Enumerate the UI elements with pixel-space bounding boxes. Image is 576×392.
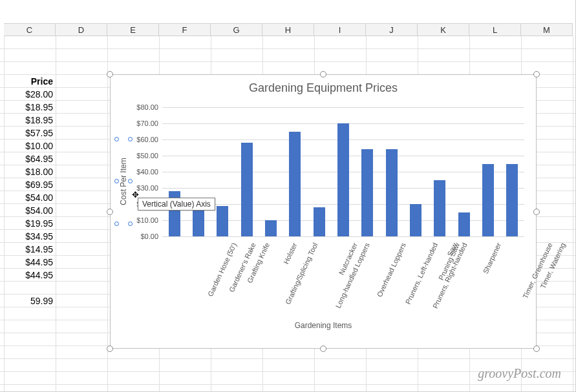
chart-resize-handle[interactable] — [320, 346, 326, 352]
chart-title[interactable]: Gardening Equipment Prices — [111, 75, 536, 98]
selection-handle[interactable] — [114, 222, 119, 226]
bar[interactable] — [289, 132, 301, 236]
x-tick-label: Pruners, Left-handed — [404, 242, 440, 305]
column-header-M[interactable]: M — [521, 23, 573, 36]
y-tick-label: $0.00 — [126, 232, 158, 240]
chart-resize-handle[interactable] — [533, 209, 540, 215]
axis-tooltip: Vertical (Value) Axis — [138, 198, 215, 211]
watermark: groovyPost.com — [478, 366, 561, 381]
bar[interactable] — [434, 180, 445, 236]
column-header-J[interactable]: J — [366, 23, 418, 36]
cell-price[interactable]: $64.95 — [4, 152, 56, 165]
chart-resize-handle[interactable] — [533, 346, 540, 352]
selection-handle[interactable] — [114, 179, 119, 183]
chart-resize-handle[interactable] — [107, 209, 113, 215]
spreadsheet: CDEFGHIJKLM Price$28.00$18.95$18.95$57.9… — [0, 0, 576, 392]
cell-price[interactable]: $18.00 — [4, 165, 56, 178]
x-tick-label: Holster — [282, 242, 299, 265]
y-tick-label: $10.00 — [126, 216, 158, 224]
chart-resize-handle[interactable] — [107, 71, 113, 77]
chart-resize-handle[interactable] — [107, 346, 113, 352]
bar[interactable] — [265, 220, 277, 236]
gridline — [162, 107, 524, 108]
cell-price[interactable]: $18.95 — [4, 114, 56, 127]
cell-price[interactable]: $54.00 — [4, 191, 56, 204]
plot-area[interactable]: $0.00$10.00$20.00$30.00$40.00$50.00$60.0… — [162, 107, 524, 236]
cell-price-header[interactable]: Price — [4, 75, 56, 88]
cell-price[interactable]: $69.95 — [4, 178, 56, 191]
gridline — [162, 236, 524, 237]
cell-price[interactable]: $28.00 — [4, 88, 56, 101]
cell-price[interactable]: 59.99 — [4, 294, 56, 307]
bar[interactable] — [217, 206, 228, 236]
x-axis-title[interactable]: Gardening Items — [111, 321, 536, 330]
column-header-D[interactable]: D — [56, 23, 107, 36]
selection-handle[interactable] — [128, 179, 133, 183]
cell-price[interactable]: $54.00 — [4, 204, 56, 217]
x-tick-label: Overhead Loppers — [376, 242, 407, 298]
chart-resize-handle[interactable] — [320, 71, 326, 77]
selection-handle[interactable] — [114, 137, 119, 141]
column-header-E[interactable]: E — [107, 23, 159, 36]
y-tick-label: $60.00 — [126, 136, 158, 143]
cell-price[interactable]: $34.95 — [4, 230, 56, 243]
cell-price[interactable]: $10.00 — [4, 139, 56, 152]
bar[interactable] — [241, 143, 253, 236]
cell-price[interactable]: $44.95 — [4, 269, 56, 282]
cell-price[interactable]: $14.95 — [4, 243, 56, 256]
bar[interactable] — [482, 164, 494, 236]
bar[interactable] — [506, 164, 518, 236]
bar[interactable] — [361, 149, 373, 236]
x-tick-label: Sharpener — [481, 242, 502, 275]
y-tick-label: $70.00 — [126, 119, 158, 127]
y-tick-label: $50.00 — [126, 152, 158, 160]
y-axis-title: Cost Per Item — [119, 158, 128, 205]
column-header-I[interactable]: I — [314, 23, 366, 36]
y-tick-label: $40.00 — [126, 168, 158, 176]
column-header-K[interactable]: K — [418, 23, 469, 36]
chart-object[interactable]: Gardening Equipment Prices Cost Per Item… — [110, 74, 537, 349]
bar[interactable] — [386, 149, 398, 236]
column-header-L[interactable]: L — [469, 23, 521, 36]
bar[interactable] — [410, 204, 421, 236]
cell-price[interactable]: $19.95 — [4, 217, 56, 230]
column-header-C[interactable]: C — [4, 23, 56, 36]
cell-price[interactable]: $44.95 — [4, 256, 56, 269]
column-header-H[interactable]: H — [262, 23, 314, 36]
column-header-F[interactable]: F — [159, 23, 211, 36]
y-tick-label: $80.00 — [126, 103, 158, 111]
y-tick-label: $30.00 — [126, 184, 158, 192]
bar[interactable] — [314, 207, 325, 236]
chart-resize-handle[interactable] — [533, 71, 540, 77]
cell-price[interactable]: $18.95 — [4, 101, 56, 114]
bar[interactable] — [458, 212, 470, 236]
column-header-G[interactable]: G — [211, 23, 262, 36]
bar[interactable] — [337, 123, 349, 236]
cell-price[interactable]: $57.95 — [4, 127, 56, 139]
